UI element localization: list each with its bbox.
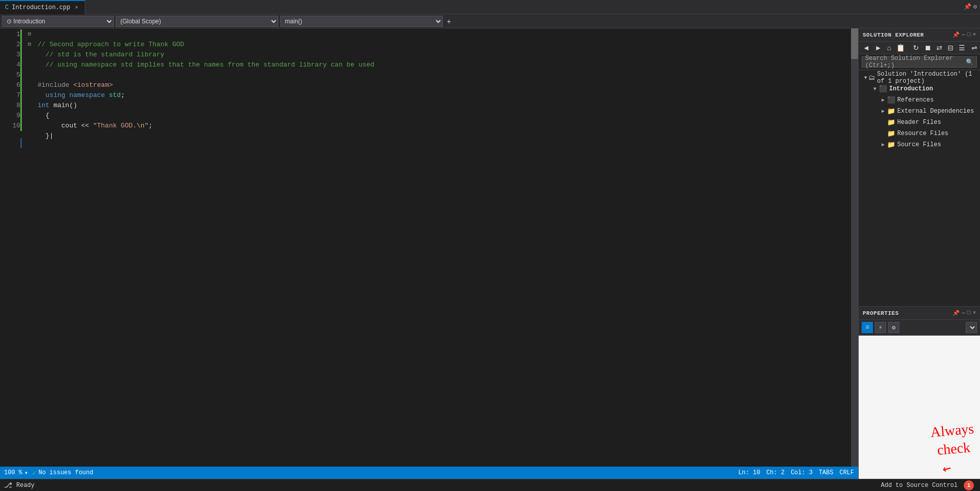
code-line-8: {	[38, 112, 49, 119]
zoom-value: 100 %	[4, 469, 22, 476]
prop-event-button[interactable]: ⚡	[875, 322, 886, 333]
fold-1[interactable]: ⊟	[25, 29, 34, 40]
source-files-icon: 📁	[887, 141, 895, 149]
expand-ext-deps-icon[interactable]: ►	[879, 109, 887, 114]
panel-maximize-button[interactable]: □	[967, 31, 971, 38]
editor-area: 1 2 3 4 5 6 7 8 9 10 ⊟ ⊟	[0, 28, 858, 479]
editor-toolbar: ⊙ Introduction (Global Scope) main() +	[0, 14, 980, 28]
status-left: 100 % ▾ ✓ No issues found	[4, 469, 93, 477]
code-line-6: using namespace std;	[38, 91, 125, 99]
window-settings-button[interactable]: ⚙	[973, 3, 977, 11]
zoom-dropdown-icon[interactable]: ▾	[24, 469, 28, 477]
col-indicator: Col: 3	[791, 469, 812, 476]
expand-source-icon[interactable]: ►	[879, 142, 887, 148]
scrollbar-thumb[interactable]	[851, 28, 858, 59]
collapse-button[interactable]: ⊟	[945, 43, 956, 52]
tree-item-external-deps[interactable]: ► 📁 External Dependencies	[859, 106, 980, 117]
tab-file-icon: C	[5, 4, 9, 11]
resource-files-label: Resource Files	[897, 130, 949, 137]
properties-panel: Properties 📌 — □ × ≡ ⚡ ⚙	[859, 306, 980, 479]
notification-count: 1	[967, 482, 971, 488]
line-endings-indicator[interactable]: CRLF	[839, 469, 854, 476]
panel-close-button[interactable]: ×	[972, 31, 976, 38]
zoom-control[interactable]: 100 % ▾	[4, 469, 28, 477]
project-icon: ⬛	[879, 85, 887, 93]
code-container[interactable]: 1 2 3 4 5 6 7 8 9 10 ⊟ ⊟	[0, 28, 858, 467]
header-files-icon: 📁	[887, 118, 895, 126]
home-button[interactable]: ⌂	[885, 43, 893, 52]
global-scope-dropdown[interactable]: (Global Scope)	[116, 16, 278, 27]
properties-maximize-button[interactable]: □	[967, 310, 971, 316]
tab-bar: C Introduction.cpp × 📌 ⚙	[0, 0, 980, 14]
pin-button[interactable]: 📌	[964, 3, 971, 11]
scope-dropdown[interactable]: ⊙ Introduction	[2, 16, 114, 27]
expand-references-icon[interactable]: ►	[879, 97, 887, 103]
checkmark-icon: ✓	[32, 469, 36, 477]
tree-item-introduction[interactable]: ▼ ⬛ Introduction	[859, 83, 980, 94]
panel-minimize-button[interactable]: —	[962, 31, 965, 38]
panel-pin-button[interactable]: 📌	[953, 31, 960, 38]
properties-controls: 📌 — □ ×	[953, 310, 976, 316]
properties-close-button[interactable]: ×	[972, 310, 976, 316]
editor-scrollbar[interactable]	[851, 28, 858, 467]
close-solution-explorer-button[interactable]: ⇌	[969, 43, 979, 52]
back-button[interactable]: ◄	[861, 43, 872, 52]
introduction-label: Introduction	[889, 85, 933, 92]
solution-icon: 🗂	[868, 74, 875, 82]
tree-item-references[interactable]: ► ⬛ References	[859, 94, 980, 106]
solution-explorer-toolbar: ◄ ► ⌂ 📋 ↻ ⏹ ⇄ ⊟ ☰ ⇌	[859, 42, 980, 54]
tree-item-header-files[interactable]: 📁 Header Files	[859, 117, 980, 128]
status-right: Ln: 10 Ch: 2 Col: 3 TABS CRLF	[738, 469, 854, 476]
properties-content: Always check ↙	[859, 336, 980, 479]
search-input-wrapper[interactable]: Search Solution Explorer (Ctrl+;) 🔍	[862, 56, 977, 68]
code-line-4	[38, 71, 42, 79]
new-solution-button[interactable]: ☰	[957, 43, 967, 52]
right-panel: Solution Explorer 📌 — □ × ◄ ► ⌂ 📋 ↻ ⏹ ⇄ …	[858, 28, 980, 479]
expand-introduction-icon[interactable]: ▼	[871, 86, 879, 92]
tree-item-resource-files[interactable]: 📁 Resource Files	[859, 128, 980, 139]
expand-solution-icon[interactable]: ▼	[863, 75, 868, 81]
tabs-indicator[interactable]: TABS	[819, 469, 833, 476]
tree-item-source-files[interactable]: ► 📁 Source Files	[859, 139, 980, 150]
solution-properties-button[interactable]: 📋	[894, 43, 907, 52]
search-icon: 🔍	[966, 58, 973, 66]
function-scope-dropdown[interactable]: main()	[280, 16, 443, 27]
search-box-container: Search Solution Explorer (Ctrl+;) 🔍	[859, 54, 980, 70]
properties-minimize-button[interactable]: —	[962, 310, 965, 316]
bottom-right: Add to Source Control 1	[881, 480, 980, 490]
annotation-line2: check	[932, 438, 976, 461]
fold-indicators: ⊟ ⊟	[25, 28, 34, 467]
code-line-3: // using namespace std implies that the …	[38, 61, 374, 69]
fold-7[interactable]: ⊟	[25, 40, 34, 50]
external-deps-icon: 📁	[887, 107, 895, 115]
solution-label: Solution 'Introduction' (1 of 1 project)	[877, 71, 980, 85]
tab-introduction-cpp[interactable]: C Introduction.cpp ×	[0, 0, 85, 14]
external-deps-label: External Dependencies	[897, 108, 974, 115]
forward-button[interactable]: ►	[873, 43, 884, 52]
add-to-source-control[interactable]: Add to Source Control	[881, 482, 958, 489]
resource-files-icon: 📁	[887, 129, 895, 138]
properties-title: Properties	[863, 310, 899, 316]
stop-button[interactable]: ⏹	[922, 43, 933, 52]
prop-settings-button[interactable]: ⚙	[888, 322, 899, 333]
code-editor[interactable]: // Second approach to write Thank GOD //…	[34, 28, 858, 467]
properties-pin-button[interactable]: 📌	[953, 310, 960, 316]
source-files-label: Source Files	[897, 141, 941, 148]
code-line-9: cout << "Thank GOD.\n";	[38, 122, 152, 129]
bottom-status-bar: ⎇ Ready Add to Source Control 1	[0, 479, 980, 491]
panel-controls: 📌 — □ ×	[953, 31, 976, 38]
notification-badge[interactable]: 1	[964, 480, 974, 490]
tab-close-button[interactable]: ×	[73, 4, 80, 11]
code-line-10: }|	[38, 132, 53, 140]
handwritten-annotation: Always check	[930, 420, 976, 461]
refresh-button[interactable]: ↻	[911, 43, 921, 52]
tree-item-solution[interactable]: ▼ 🗂 Solution 'Introduction' (1 of 1 proj…	[859, 72, 980, 83]
add-scope-button[interactable]: +	[445, 17, 453, 26]
ch-indicator: Ch: 2	[766, 469, 785, 476]
properties-toolbar: ≡ ⚡ ⚙	[859, 320, 980, 336]
solution-explorer-header: Solution Explorer 📌 — □ ×	[859, 28, 980, 42]
sync-button[interactable]: ⇄	[934, 43, 944, 52]
properties-dropdown[interactable]	[966, 322, 977, 333]
prop-view-button[interactable]: ≡	[862, 322, 873, 333]
code-line-5: #include <iostream>	[38, 81, 113, 89]
